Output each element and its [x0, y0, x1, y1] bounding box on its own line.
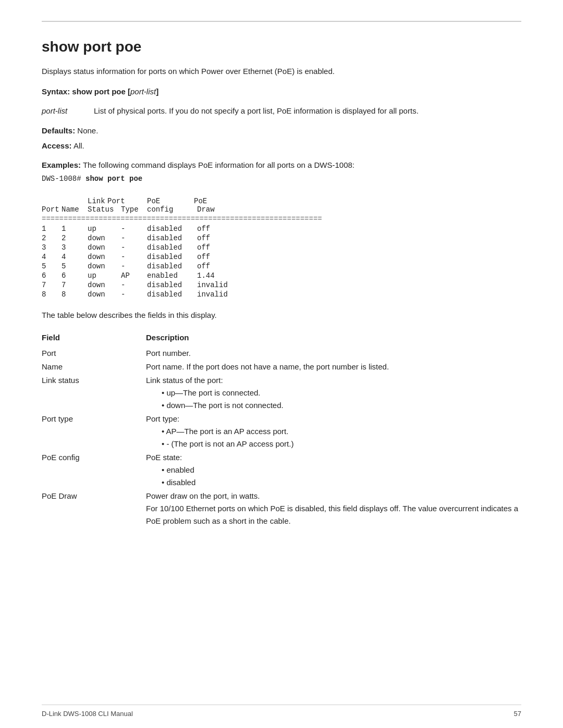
cell-type: - — [121, 243, 147, 252]
cell-port: 3 — [42, 243, 62, 252]
table-divider: ========================================… — [42, 215, 521, 223]
cell-status: down — [88, 281, 121, 289]
param-desc: List of physical ports. If you do not sp… — [94, 105, 521, 117]
data-table: Link Port PoE PoE Port Name Status Type … — [42, 197, 521, 299]
field-header-field: Field — [42, 331, 146, 344]
cell-name: 3 — [62, 243, 88, 252]
table-row: 7 7 down - disabled invalid — [42, 280, 521, 290]
table-row: 1 1 up - disabled off — [42, 224, 521, 233]
cell-name: 7 — [62, 281, 88, 289]
field-row-name: Port — [42, 347, 146, 360]
cell-poe-draw: off — [197, 262, 228, 270]
cell-poe-draw: invalid — [197, 281, 228, 289]
cell-poe-config: disabled — [147, 290, 197, 299]
cell-port: 1 — [42, 225, 62, 233]
cell-type: - — [121, 262, 147, 270]
cell-port: 7 — [42, 281, 62, 289]
syntax-line: Syntax: show port poe [port-list] — [42, 87, 521, 96]
cell-poe-config: disabled — [147, 234, 197, 242]
description: Displays status information for ports on… — [42, 66, 521, 78]
cell-name: 8 — [62, 290, 88, 299]
command-prompt: DWS-1008# — [42, 175, 85, 183]
field-row-desc-text: Link status of the port: — [146, 376, 223, 385]
cell-type: - — [121, 290, 147, 299]
table-row: 2 2 down - disabled off — [42, 233, 521, 243]
col-h-link-blank — [62, 197, 88, 205]
field-row: Name Port name. If the port does not hav… — [42, 361, 521, 373]
field-row: Port type Port type:• AP—The port is an … — [42, 413, 521, 450]
col-h-port: Port — [107, 197, 147, 205]
cell-poe-config: disabled — [147, 225, 197, 233]
bullet-item: • AP—The port is an AP access port. — [146, 425, 521, 438]
cell-type: - — [121, 234, 147, 242]
access-label: Access: — [42, 141, 72, 150]
field-row-name: Port type — [42, 413, 146, 450]
table-rows: 1 1 up - disabled off 2 2 down - disable… — [42, 224, 521, 299]
cell-name: 2 — [62, 234, 88, 242]
cell-type: AP — [121, 272, 147, 280]
footer-left: D-Link DWS-1008 CLI Manual — [42, 710, 133, 718]
param-block: port-list List of physical ports. If you… — [42, 105, 521, 117]
cell-status: up — [88, 272, 121, 280]
field-row-name: PoE Draw — [42, 490, 146, 527]
col-h2-name: Name — [62, 205, 88, 214]
col-h-link: Link — [88, 197, 107, 205]
command-display: DWS-1008# show port poe — [42, 174, 521, 184]
examples-block: Examples: The following command displays… — [42, 159, 521, 184]
field-row-desc-text: Power draw on the port, in watts. — [146, 491, 260, 500]
cell-port: 5 — [42, 262, 62, 270]
cell-status: down — [88, 243, 121, 252]
field-row-desc-text: PoE state: — [146, 453, 182, 462]
col-h2-status: Status — [88, 205, 121, 214]
cell-status: down — [88, 234, 121, 242]
col-h-port-blank — [42, 197, 62, 205]
cell-poe-config: disabled — [147, 262, 197, 270]
field-table-header: Field Description — [42, 331, 521, 344]
bullet-item: • down—The port is not connected. — [146, 399, 521, 412]
table-header-line1: Link Port PoE PoE — [42, 197, 521, 205]
cell-port: 8 — [42, 290, 62, 299]
table-header-line2: Port Name Status Type config Draw — [42, 205, 521, 214]
field-row: PoE Draw Power draw on the port, in watt… — [42, 490, 521, 527]
cell-poe-draw: off — [197, 253, 228, 261]
cell-port: 6 — [42, 272, 62, 280]
field-row: Port Port number. — [42, 347, 521, 360]
defaults-value: None. — [75, 126, 98, 135]
field-row-desc: Port name. If the port does not have a n… — [146, 361, 521, 373]
cell-poe-draw: 1.44 — [197, 272, 228, 280]
field-table: Field Description Port Port number. Name… — [42, 331, 521, 527]
access-line: Access: All. — [42, 141, 521, 150]
field-row-desc: Power draw on the port, in watts.For 10/… — [146, 490, 521, 527]
cell-status: down — [88, 290, 121, 299]
cell-port: 4 — [42, 253, 62, 261]
table-row: 4 4 down - disabled off — [42, 252, 521, 262]
cell-type: - — [121, 225, 147, 233]
cell-poe-config: disabled — [147, 281, 197, 289]
field-header-description: Description — [146, 331, 521, 344]
footer-right: 57 — [514, 710, 521, 718]
examples-label: Examples: — [42, 161, 81, 169]
field-row: Link status Link status of the port:• up… — [42, 374, 521, 412]
field-row-desc: Port type:• AP—The port is an AP access … — [146, 413, 521, 450]
cell-poe-draw: off — [197, 243, 228, 252]
access-value: All. — [72, 141, 84, 150]
col-h2-type: Type — [121, 205, 147, 214]
cell-type: - — [121, 281, 147, 289]
field-row-desc-text: Port number. — [146, 349, 191, 357]
cell-name: 4 — [62, 253, 88, 261]
syntax-param: port-list — [130, 87, 156, 96]
cell-poe-draw: off — [197, 225, 228, 233]
field-row-desc-text: Port name. If the port does not have a n… — [146, 362, 389, 371]
field-row-desc-text: Port type: — [146, 414, 179, 423]
page: show port poe Displays status informatio… — [0, 0, 563, 728]
field-row: PoE config PoE state:• enabled• disabled — [42, 451, 521, 489]
defaults-label: Defaults: — [42, 126, 75, 135]
field-row-desc-text: For 10/100 Ethernet ports on which PoE i… — [146, 504, 518, 525]
cell-poe-draw: off — [197, 234, 228, 242]
field-row-desc: PoE state:• enabled• disabled — [146, 451, 521, 489]
page-title: show port poe — [42, 39, 521, 55]
cell-name: 6 — [62, 272, 88, 280]
cell-poe-config: disabled — [147, 253, 197, 261]
table-row: 3 3 down - disabled off — [42, 243, 521, 252]
cell-poe-config: disabled — [147, 243, 197, 252]
